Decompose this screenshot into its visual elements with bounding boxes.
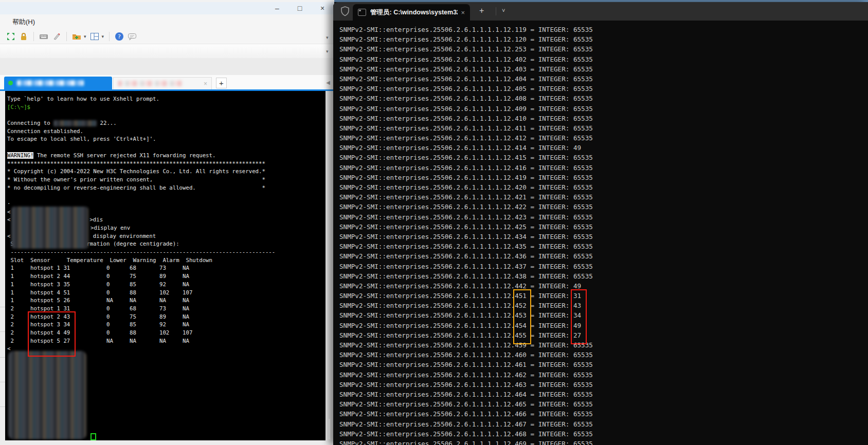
terminal-line: 1 hotspot 2 44 0 75 89 NA bbox=[7, 272, 321, 281]
snmp-line: SNMPv2-SMI::enterprises.25506.2.6.1.1.1.… bbox=[339, 399, 593, 409]
snmp-line: SNMPv2-SMI::enterprises.25506.2.6.1.1.1.… bbox=[339, 409, 593, 419]
caret-down-icon[interactable]: ▾ bbox=[326, 35, 329, 40]
terminal-line: 1 hotspot 4 51 0 88 102 107 bbox=[7, 289, 321, 297]
terminal-line: 1 hotspot 3 35 0 85 92 NA bbox=[7, 281, 321, 289]
tab-close-icon[interactable]: × bbox=[458, 9, 465, 16]
terminal-line bbox=[7, 111, 321, 119]
terminal-cursor bbox=[91, 433, 96, 440]
terminal-line bbox=[7, 143, 321, 152]
xshell-toolbar: ▾ ▾ ? bbox=[0, 29, 334, 44]
keyboard-icon[interactable] bbox=[39, 32, 48, 41]
xshell-terminal[interactable]: Type `help' to learn how to use Xshell p… bbox=[0, 91, 334, 440]
snmp-line: SNMPv2-SMI::enterprises.25506.2.6.1.1.1.… bbox=[339, 94, 593, 103]
terminal-line: * Without the owner's prior written cons… bbox=[7, 176, 321, 184]
new-session-folder-icon[interactable] bbox=[72, 32, 81, 41]
snmp-line: SNMPv2-SMI::enterprises.25506.2.6.1.1.1.… bbox=[339, 202, 593, 212]
toolbar-separator bbox=[33, 32, 34, 41]
toolbar-separator bbox=[66, 32, 67, 41]
tab-close-icon[interactable]: × bbox=[204, 80, 207, 87]
session-tab-inactive[interactable]: × bbox=[113, 77, 212, 89]
expand-icon[interactable] bbox=[6, 32, 15, 41]
xshell-statusbar bbox=[0, 440, 334, 445]
snmp-line: SNMPv2-SMI::enterprises.25506.2.6.1.1.1.… bbox=[339, 330, 593, 340]
snmp-line: SNMPv2-SMI::enterprises.25506.2.6.1.1.1.… bbox=[339, 310, 593, 320]
terminal-left-gutter bbox=[0, 91, 5, 440]
terminal-titlebar[interactable]: 管理员: C:\windows\system32 × + ˅ bbox=[333, 2, 868, 21]
snmp-line: SNMPv2-SMI::enterprises.25506.2.6.1.1.1.… bbox=[339, 370, 593, 380]
snmp-line: SNMPv2-SMI::enterprises.25506.2.6.1.1.1.… bbox=[339, 34, 593, 44]
message-bubble-icon[interactable] bbox=[128, 32, 137, 41]
snmp-line: SNMPv2-SMI::enterprises.25506.2.6.1.1.1.… bbox=[339, 301, 593, 310]
caret-down-icon[interactable]: ▾ bbox=[326, 49, 329, 54]
snmp-line: SNMPv2-SMI::enterprises.25506.2.6.1.1.1.… bbox=[339, 222, 593, 232]
toolbar-separator bbox=[109, 32, 110, 41]
desktop: – □ × 帮助(H) ▾ bbox=[0, 0, 868, 445]
xshell-quickbar bbox=[0, 44, 334, 59]
snmp-line: SNMPv2-SMI::enterprises.25506.2.6.1.1.1.… bbox=[339, 163, 593, 173]
terminal-body[interactable]: SNMPv2-SMI::enterprises.25506.2.6.1.1.1.… bbox=[333, 21, 868, 445]
snmp-line: SNMPv2-SMI::enterprises.25506.2.6.1.1.1.… bbox=[339, 64, 593, 74]
snmp-line: SNMPv2-SMI::enterprises.25506.2.6.1.1.1.… bbox=[339, 104, 593, 114]
redacted-session-name bbox=[118, 81, 183, 86]
snmp-line: SNMPv2-SMI::enterprises.25506.2.6.1.1.1.… bbox=[339, 262, 593, 271]
snmp-line: SNMPv2-SMI::enterprises.25506.2.6.1.1.1.… bbox=[339, 321, 593, 330]
snmp-line: SNMPv2-SMI::enterprises.25506.2.6.1.1.1.… bbox=[339, 84, 593, 94]
xshell-window: – □ × 帮助(H) ▾ bbox=[0, 0, 334, 445]
snmp-line: SNMPv2-SMI::enterprises.25506.2.6.1.1.1.… bbox=[339, 232, 593, 242]
redacted-inline bbox=[53, 120, 97, 126]
snmp-line: SNMPv2-SMI::enterprises.25506.2.6.1.1.1.… bbox=[339, 380, 593, 390]
new-tab-button[interactable]: + bbox=[216, 78, 227, 88]
snmp-line: SNMPv2-SMI::enterprises.25506.2.6.1.1.1.… bbox=[339, 429, 593, 439]
snmp-line: SNMPv2-SMI::enterprises.25506.2.6.1.1.1.… bbox=[339, 54, 593, 64]
terminal-line: * no decompiling or reverse-engineering … bbox=[7, 184, 321, 192]
layout-grid-icon[interactable] bbox=[90, 32, 99, 41]
snmp-line: SNMPv2-SMI::enterprises.25506.2.6.1.1.1.… bbox=[339, 360, 593, 369]
terminal-line: Type `help' to learn how to use Xshell p… bbox=[7, 95, 321, 103]
snmp-line: SNMPv2-SMI::enterprises.25506.2.6.1.1.1.… bbox=[339, 271, 593, 281]
terminal-line: ----------------------------------------… bbox=[7, 248, 321, 256]
terminal-line: 1 hotspot 5 26 NA NA NA NA bbox=[7, 296, 321, 305]
snmp-line: SNMPv2-SMI::enterprises.25506.2.6.1.1.1.… bbox=[339, 25, 593, 34]
snmp-line: SNMPv2-SMI::enterprises.25506.2.6.1.1.1.… bbox=[339, 143, 593, 153]
console-icon bbox=[358, 9, 366, 16]
close-button[interactable]: × bbox=[318, 4, 327, 12]
caret-down-icon[interactable]: ▾ bbox=[84, 34, 86, 39]
snmp-line: SNMPv2-SMI::enterprises.25506.2.6.1.1.1.… bbox=[339, 182, 593, 192]
snmp-line: SNMPv2-SMI::enterprises.25506.2.6.1.1.1.… bbox=[339, 251, 593, 261]
menu-help[interactable]: 帮助(H) bbox=[12, 17, 35, 27]
tab-scroll-left-icon[interactable]: ◀ bbox=[326, 80, 330, 85]
snmp-output: SNMPv2-SMI::enterprises.25506.2.6.1.1.1.… bbox=[339, 25, 593, 445]
snmp-line: SNMPv2-SMI::enterprises.25506.2.6.1.1.1.… bbox=[339, 133, 593, 143]
xshell-tabbar: × + ◀ bbox=[0, 75, 334, 89]
lock-icon[interactable] bbox=[19, 32, 28, 41]
terminal-line bbox=[7, 192, 321, 200]
terminal-line: To escape to local shell, press 'Ctrl+Al… bbox=[7, 135, 321, 143]
titlebar-separator bbox=[496, 7, 496, 15]
caret-down-icon[interactable]: ▾ bbox=[102, 34, 104, 39]
highlighter-pen-icon[interactable] bbox=[52, 32, 61, 41]
snmp-line: SNMPv2-SMI::enterprises.25506.2.6.1.1.1.… bbox=[339, 192, 593, 202]
new-tab-button[interactable]: + bbox=[479, 6, 484, 15]
terminal-line: WARNING! The remote SSH server rejected … bbox=[7, 152, 321, 160]
terminal-line: ****************************************… bbox=[7, 160, 321, 168]
minimize-button[interactable]: – bbox=[273, 4, 282, 12]
snmp-line: SNMPv2-SMI::enterprises.25506.2.6.1.1.1.… bbox=[339, 390, 593, 399]
xshell-menubar: 帮助(H) bbox=[0, 14, 334, 29]
maximize-button[interactable]: □ bbox=[295, 4, 304, 12]
snmp-line: SNMPv2-SMI::enterprises.25506.2.6.1.1.1.… bbox=[339, 350, 593, 360]
scrollbar-thumb[interactable] bbox=[329, 419, 330, 439]
tab-dropdown-icon[interactable]: ˅ bbox=[502, 7, 505, 13]
session-tab-active[interactable] bbox=[4, 77, 112, 89]
help-icon[interactable]: ? bbox=[115, 32, 124, 41]
redacted-block bbox=[8, 351, 86, 439]
admin-shield-icon bbox=[339, 6, 351, 17]
terminal-tab-admin[interactable]: 管理员: C:\windows\system32 × bbox=[353, 4, 470, 21]
snmp-line: SNMPv2-SMI::enterprises.25506.2.6.1.1.1.… bbox=[339, 291, 593, 301]
svg-text:?: ? bbox=[118, 33, 121, 40]
annotation-red-box-values bbox=[571, 289, 587, 344]
snmp-line: SNMPv2-SMI::enterprises.25506.2.6.1.1.1.… bbox=[339, 44, 593, 54]
windows-terminal-window: 管理员: C:\windows\system32 × + ˅ SNMPv2-SM… bbox=[333, 2, 868, 445]
xshell-titlebar[interactable]: – □ × bbox=[0, 2, 334, 14]
snmp-line: SNMPv2-SMI::enterprises.25506.2.6.1.1.1.… bbox=[339, 114, 593, 123]
redacted-session-name bbox=[17, 80, 84, 86]
